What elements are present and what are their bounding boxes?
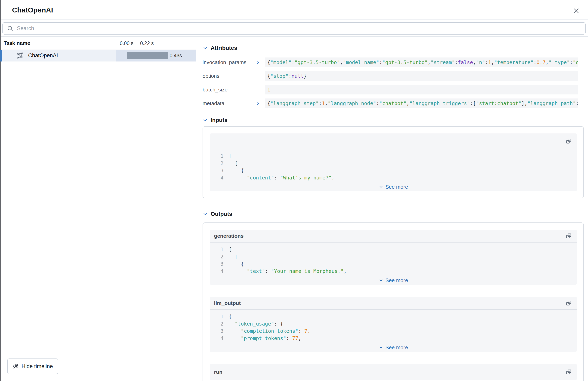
attribute-row-options: options {"stop":null} — [203, 71, 578, 81]
code-block-header: llm_output — [210, 297, 577, 310]
attribute-label: batch_size — [203, 87, 256, 93]
code-block-header: generations — [210, 230, 577, 243]
chevron-right-icon — [256, 60, 260, 65]
attribute-value: {"langgraph_step":1,"langgraph_node":"ch… — [265, 99, 578, 108]
detail-panel: Attributes invocation_params {"model":"g… — [197, 37, 588, 381]
copy-icon — [566, 138, 572, 144]
see-more-link[interactable]: See more — [210, 276, 577, 285]
attribute-value: {"stop":null} — [265, 71, 578, 81]
generations-code-block: generations 1[2 [3 {4 "text": "Your name… — [210, 230, 577, 285]
attributes-section-title: Attributes — [210, 45, 237, 51]
timeline-tick-1: 0.22 s — [140, 40, 154, 46]
task-timeline-panel: Task name 0.00 s 0.22 s ChatOpenAI — [0, 37, 196, 381]
copy-button[interactable] — [565, 368, 572, 376]
code-block-title: llm_output — [214, 300, 241, 306]
hide-timeline-label: Hide timeline — [21, 363, 53, 370]
see-more-label: See more — [385, 344, 408, 351]
code-lines: 1[2 [3 {4 "text": "Your name is Morpheus… — [210, 243, 577, 276]
see-more-link[interactable]: See more — [210, 343, 577, 352]
task-name-column-header: Task name — [4, 40, 30, 46]
attribute-row-batch-size: batch_size 1 — [203, 85, 578, 94]
attribute-row-metadata: metadata {"langgraph_step":1,"langgraph_… — [203, 99, 578, 108]
trace-detail-window: ChatOpenAI Task name 0.00 s 0.22 s — [0, 0, 588, 381]
chevron-down-icon — [378, 185, 383, 189]
task-list-header: Task name 0.00 s 0.22 s — [0, 37, 196, 49]
attribute-value: 1 — [265, 85, 578, 94]
hide-timeline-button[interactable]: Hide timeline — [7, 359, 58, 374]
eye-off-icon — [13, 363, 19, 369]
chevron-down-icon — [378, 345, 383, 350]
search-bar — [0, 20, 588, 37]
see-more-link[interactable]: See more — [210, 182, 577, 191]
selected-row-accent — [0, 50, 2, 62]
search-input[interactable] — [17, 25, 581, 32]
copy-button[interactable] — [565, 299, 572, 307]
close-button[interactable] — [572, 7, 581, 15]
attribute-label: options — [203, 73, 256, 79]
inputs-card: 1[2 [3 {4 "content": "What's my name?", … — [203, 126, 584, 198]
llm-graph-icon — [17, 52, 24, 59]
inputs-code-block: 1[2 [3 {4 "content": "What's my name?", … — [210, 133, 577, 191]
chevron-right-icon — [256, 101, 260, 106]
copy-icon — [566, 300, 572, 306]
window-header: ChatOpenAI — [0, 0, 588, 20]
task-row-name-cell: ChatOpenAI — [0, 50, 116, 62]
outputs-section-title: Outputs — [210, 211, 232, 217]
search-box — [2, 22, 586, 35]
chevron-down-icon — [378, 278, 383, 283]
code-block-header — [210, 133, 577, 149]
attributes-section-header[interactable]: Attributes — [203, 44, 588, 52]
expand-attribute-button[interactable] — [256, 101, 265, 106]
see-more-label: See more — [385, 184, 408, 190]
code-lines: 1[2 [3 {4 "content": "What's my name?", — [210, 149, 577, 182]
task-row[interactable]: ChatOpenAI 0.43s — [0, 50, 196, 62]
attribute-value: {"model":"gpt-3.5-turbo","model_name":"g… — [265, 58, 578, 67]
run-code-block: run — [210, 364, 577, 380]
code-block-title: run — [214, 369, 222, 375]
copy-icon — [566, 369, 572, 375]
code-block-title: generations — [214, 233, 244, 239]
code-block-header: run — [210, 364, 577, 380]
copy-icon — [566, 233, 572, 239]
copy-button[interactable] — [565, 137, 572, 145]
close-icon — [573, 7, 580, 14]
page-title: ChatOpenAI — [12, 6, 53, 14]
attribute-label: metadata — [203, 100, 256, 106]
chevron-down-icon — [203, 118, 208, 123]
duration-bar — [126, 52, 168, 59]
code-lines: 1{2 "token_usage": {3 "completion_tokens… — [210, 310, 577, 343]
timeline-column-divider — [116, 49, 116, 363]
chevron-down-icon — [203, 45, 208, 51]
task-row-timeline-cell: 0.43s — [116, 50, 196, 62]
timeline-tick-0: 0.00 s — [120, 40, 133, 46]
attribute-row-invocation-params: invocation_params {"model":"gpt-3.5-turb… — [203, 58, 578, 67]
search-icon — [7, 25, 14, 32]
chevron-down-icon — [203, 212, 208, 217]
inputs-section-header[interactable]: Inputs — [203, 116, 588, 124]
attributes-rows: invocation_params {"model":"gpt-3.5-turb… — [203, 58, 588, 108]
see-more-label: See more — [385, 277, 408, 284]
expand-attribute-button[interactable] — [256, 60, 265, 65]
attribute-label: invocation_params — [203, 59, 256, 65]
copy-button[interactable] — [565, 232, 572, 240]
outputs-card: generations 1[2 [3 {4 "text": "Your name… — [203, 222, 584, 381]
duration-label: 0.43s — [170, 53, 182, 59]
llm-output-code-block: llm_output 1{2 "token_usage": {3 "comple… — [210, 297, 577, 352]
task-row-label: ChatOpenAI — [28, 52, 58, 59]
outputs-section-header[interactable]: Outputs — [203, 210, 588, 218]
inputs-section-title: Inputs — [210, 117, 228, 123]
